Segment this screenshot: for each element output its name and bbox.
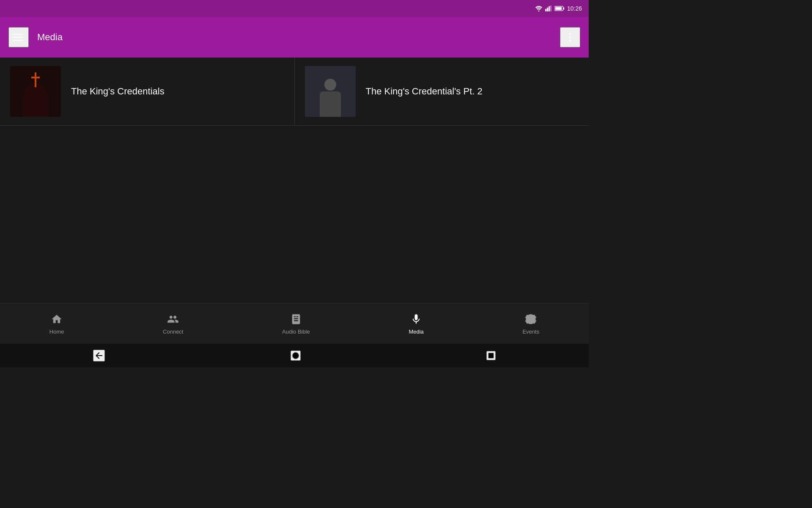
system-home-button[interactable] (291, 351, 301, 361)
media-thumb-2 (305, 66, 356, 117)
nav-item-audio-bible[interactable]: Audio Bible (274, 309, 318, 338)
media-item-2[interactable]: The King's Credential's Pt. 2 (295, 58, 589, 125)
thumb-cross-image (10, 66, 61, 117)
media-item-1[interactable]: The King's Credentials (0, 58, 295, 125)
hamburger-line-1 (13, 34, 23, 35)
svg-rect-13 (529, 316, 533, 322)
nav-item-media[interactable]: Media (400, 309, 432, 338)
nav-item-events[interactable]: Events (514, 309, 548, 338)
recents-button[interactable] (486, 351, 496, 360)
hamburger-line-2 (13, 37, 23, 38)
status-time: 10:26 (567, 5, 582, 12)
hamburger-line-3 (13, 40, 23, 41)
home-icon (50, 312, 63, 326)
signal-icon (545, 6, 552, 11)
system-nav-bar (0, 344, 589, 367)
bottom-nav: Home Connect Audio Bible Media (0, 303, 589, 344)
figure-silhouette (23, 83, 48, 117)
media-thumb-1 (10, 66, 61, 117)
battery-icon (554, 6, 565, 11)
svg-point-10 (527, 322, 529, 324)
more-dot-3 (569, 40, 571, 41)
audio-bible-icon (289, 312, 303, 326)
svg-rect-4 (550, 6, 551, 11)
svg-point-9 (527, 315, 529, 317)
thumb-person-image (305, 66, 356, 117)
more-options-button[interactable] (560, 27, 580, 47)
connect-icon (166, 312, 180, 326)
svg-rect-7 (555, 7, 562, 10)
app-bar: Media (0, 17, 589, 58)
svg-point-0 (538, 11, 539, 12)
svg-rect-2 (547, 8, 548, 11)
person-silhouette (320, 79, 341, 117)
media-icon (409, 312, 423, 326)
app-title: Media (37, 32, 560, 43)
events-icon (524, 312, 538, 326)
hamburger-button[interactable] (8, 27, 29, 47)
person-body (320, 91, 341, 117)
nav-label-events: Events (522, 329, 539, 335)
wifi-icon (535, 6, 543, 11)
svg-rect-15 (488, 353, 494, 359)
svg-point-11 (533, 315, 535, 317)
svg-point-14 (292, 352, 299, 359)
nav-item-connect[interactable]: Connect (154, 309, 192, 338)
more-dot-2 (569, 36, 571, 38)
svg-rect-6 (563, 7, 565, 9)
back-button[interactable] (93, 350, 105, 362)
person-head (324, 79, 336, 91)
nav-item-home[interactable]: Home (41, 309, 73, 338)
more-dot-1 (569, 33, 571, 35)
media-title-2: The King's Credential's Pt. 2 (366, 86, 483, 97)
svg-point-8 (296, 316, 296, 317)
nav-label-audio-bible: Audio Bible (282, 329, 310, 335)
nav-label-media: Media (409, 329, 423, 335)
svg-rect-1 (545, 9, 546, 11)
svg-point-12 (533, 322, 535, 324)
svg-rect-3 (549, 6, 550, 11)
status-icons: 10:26 (535, 5, 582, 12)
status-bar: 10:26 (0, 0, 589, 17)
media-title-1: The King's Credentials (71, 86, 165, 97)
nav-label-home: Home (49, 329, 64, 335)
nav-label-connect: Connect (163, 329, 183, 335)
media-content: The King's Credentials The King's Creden… (0, 58, 589, 126)
